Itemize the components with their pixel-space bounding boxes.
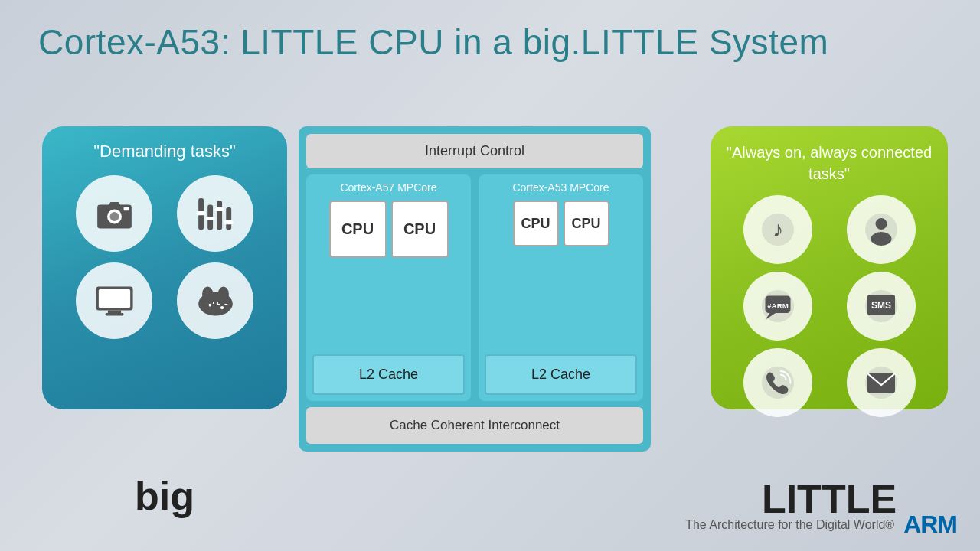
cpu-clusters: Cortex-A57 MPCore CPU CPU L2 Cache Corte… [306,174,643,401]
footer: The Architecture for the Digital World® … [685,510,957,539]
gamepad-icon [194,280,237,322]
chat-icon: #ARM [760,288,796,324]
big-panel-title: "Demanding tasks" [93,142,236,161]
little-panel: "Always on, always connected tasks" ♪ #A… [710,126,948,409]
svg-text:#ARM: #ARM [767,302,789,310]
svg-point-23 [220,305,223,308]
camera-icon-circle [76,175,152,252]
phone-icon [760,364,796,401]
contact-icon-circle [847,195,916,264]
svg-rect-4 [123,207,129,210]
cluster-a57-title: Cortex-A57 MPCore [312,181,465,194]
svg-rect-9 [196,211,205,215]
big-icons-grid [54,175,276,339]
sms-icon: SMS [863,288,900,324]
sms-icon-circle: SMS [847,272,916,341]
svg-rect-7 [217,201,222,230]
cluster-a53: Cortex-A53 MPCore CPU CPU L2 Cache [479,174,643,401]
svg-point-32 [875,218,887,230]
svg-rect-27 [202,293,213,304]
svg-rect-10 [205,216,214,220]
cluster-a57: Cortex-A57 MPCore CPU CPU L2 Cache [306,174,471,401]
gamepad-icon-circle [177,262,253,339]
svg-rect-14 [98,289,129,308]
music-icon: ♪ [760,211,796,248]
cpu-box-a53-1: CPU [513,201,559,246]
svg-rect-28 [217,293,228,304]
l2-cache-a57: L2 Cache [312,354,465,395]
big-label: big [42,473,287,519]
arm-logo: ARM [903,510,957,539]
little-panel-title: "Always on, always connected tasks" [722,142,936,184]
email-icon [863,364,900,401]
svg-point-2 [109,211,119,220]
camera-icon [93,193,136,235]
svg-text:♪: ♪ [772,217,782,241]
coherent-interconnect-bar: Cache Coherent Interconnect [306,407,643,444]
cpu-boxes-a57: CPU CPU [312,201,465,258]
svg-rect-16 [105,312,123,315]
little-icons-grid: ♪ #ARM SMS [722,195,936,417]
page-title: Cortex-A53: LITTLE CPU in a big.LITTLE S… [38,21,942,63]
svg-rect-11 [214,207,224,210]
svg-rect-12 [224,220,233,224]
center-panel: Interrupt Control Cortex-A57 MPCore CPU … [299,126,651,452]
display-icon-circle [76,262,152,339]
cpu-box-a57-1: CPU [329,201,387,258]
big-panel: "Demanding tasks" [42,126,287,409]
email-icon-circle [847,348,916,417]
cpu-boxes-a53: CPU CPU [485,201,637,246]
equalizer-icon-circle [177,175,253,252]
display-icon [93,280,136,322]
svg-text:SMS: SMS [871,300,890,311]
contact-icon [863,211,900,248]
music-icon-circle: ♪ [743,195,812,264]
cpu-box-a57-2: CPU [391,201,449,258]
cluster-a53-title: Cortex-A53 MPCore [485,181,637,194]
chat-icon-circle: #ARM [743,272,812,341]
equalizer-icon [194,193,237,235]
phone-icon-circle [743,348,812,417]
svg-point-41 [762,367,794,399]
svg-rect-8 [226,207,231,229]
svg-point-33 [871,232,891,246]
cpu-box-a53-2: CPU [564,201,609,246]
l2-cache-a53: L2 Cache [485,354,637,395]
interrupt-control-bar: Interrupt Control [306,134,643,168]
svg-marker-3 [107,202,120,206]
footer-text: The Architecture for the Digital World® [685,518,894,532]
